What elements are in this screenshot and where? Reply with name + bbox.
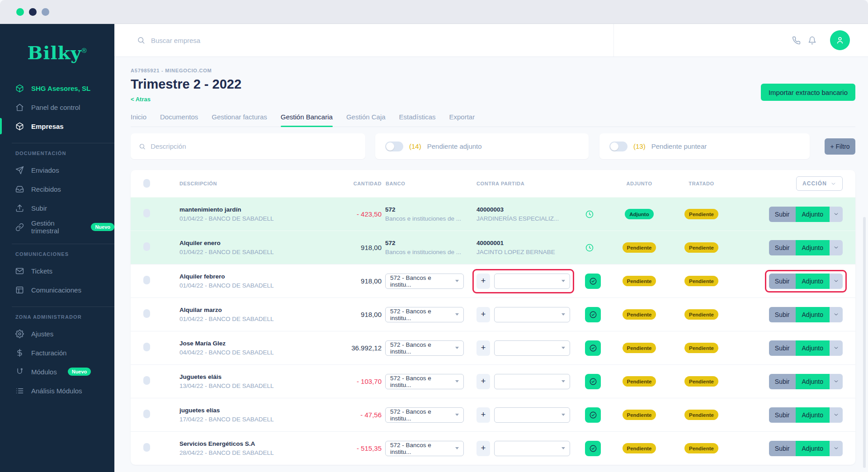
adjunto-button[interactable]: Adjunto [796, 407, 830, 423]
contrapartida-select[interactable] [494, 274, 570, 289]
add-contrapartida-button[interactable]: + [476, 340, 490, 356]
tab-gesti-n-bancaria[interactable]: Gestión Bancaria [281, 113, 333, 127]
adjunto-button[interactable]: Adjunto [796, 340, 830, 356]
sidebar-item-an-lisis-m-dulos[interactable]: Análisis Módulos [0, 381, 114, 400]
add-contrapartida-button[interactable]: + [476, 441, 490, 456]
row-checkbox[interactable] [143, 410, 150, 418]
add-contrapartida-button[interactable]: + [476, 307, 490, 322]
contrapartida-select[interactable] [494, 441, 570, 456]
app-logo: Bilky® [0, 42, 114, 63]
bank-select[interactable]: 572 - Bancos e institu... [385, 374, 464, 389]
tab-gestionar-facturas[interactable]: Gestionar facturas [212, 113, 267, 127]
sidebar-item-ajustes[interactable]: Ajustes [0, 324, 114, 343]
bank-select[interactable]: 572 - Bancos e institu... [385, 407, 464, 423]
add-filter-button[interactable]: + Filtro [825, 138, 855, 155]
sidebar-item-label: Facturación [31, 349, 66, 357]
window-control-dot[interactable] [16, 8, 24, 16]
select-arrow-icon [561, 313, 565, 316]
bank-select[interactable]: 572 - Bancos e institu... [385, 441, 464, 456]
action-caret-button[interactable] [830, 340, 843, 356]
tab-estad-sticas[interactable]: Estadísticas [399, 113, 436, 127]
tab-inicio[interactable]: Inicio [131, 113, 146, 127]
subir-button[interactable]: Subir [769, 441, 796, 456]
scrollbar[interactable] [863, 217, 866, 468]
pending-check-toggle[interactable] [609, 142, 627, 151]
add-contrapartida-button[interactable]: + [476, 374, 490, 389]
import-statement-button[interactable]: Importar extracto bancario [761, 84, 855, 101]
tab-exportar[interactable]: Exportar [449, 113, 475, 127]
action-caret-button[interactable] [830, 274, 843, 289]
sidebar-item-panel-de-control[interactable]: Panel de control [0, 98, 114, 117]
sidebar-item-empresas[interactable]: Empresas [0, 117, 114, 136]
contrapartida-select[interactable] [494, 340, 570, 356]
row-checkbox[interactable] [143, 242, 150, 251]
window-control-dot[interactable] [42, 8, 49, 16]
confirm-button[interactable] [585, 274, 601, 289]
tab-gesti-n-caja[interactable]: Gestión Caja [346, 113, 386, 127]
adjunto-button[interactable]: Adjunto [796, 274, 830, 289]
back-link[interactable]: < Atras [131, 96, 151, 103]
avatar[interactable] [830, 30, 850, 50]
sidebar-item-comunicaciones[interactable]: Comunicaciones [0, 280, 114, 299]
subir-button[interactable]: Subir [769, 240, 796, 255]
subir-button[interactable]: Subir [769, 274, 796, 289]
subir-button[interactable]: Subir [769, 407, 796, 423]
adjunto-button[interactable]: Adjunto [796, 307, 830, 322]
subir-button[interactable]: Subir [769, 207, 796, 222]
tab-documentos[interactable]: Documentos [160, 113, 198, 127]
bank-select[interactable]: 572 - Bancos e institu... [385, 274, 464, 289]
pending-attachment-toggle[interactable] [385, 142, 403, 151]
window-control-dot[interactable] [29, 8, 37, 16]
contrapartida-controls: + [476, 374, 570, 389]
row-checkbox[interactable] [143, 443, 150, 452]
add-contrapartida-button[interactable]: + [476, 407, 490, 423]
row-checkbox[interactable] [143, 309, 150, 318]
add-contrapartida-button[interactable]: + [476, 274, 490, 289]
window-titlebar [0, 0, 868, 24]
subir-button[interactable]: Subir [769, 374, 796, 389]
select-arrow-icon [455, 347, 459, 349]
bell-icon[interactable] [808, 36, 816, 45]
adjunto-button[interactable]: Adjunto [796, 207, 830, 222]
sidebar-item-tickets[interactable]: Tickets [0, 261, 114, 280]
confirm-button[interactable] [585, 340, 601, 356]
action-caret-button[interactable] [830, 240, 843, 255]
sidebar-item-subir[interactable]: Subir [0, 198, 114, 217]
contrapartida-select[interactable] [494, 307, 570, 322]
sidebar-item-m-dulos[interactable]: MódulosNuevo [0, 362, 114, 381]
list-icon [15, 387, 24, 395]
action-caret-button[interactable] [830, 374, 843, 389]
subir-button[interactable]: Subir [769, 340, 796, 356]
adjunto-button[interactable]: Adjunto [796, 240, 830, 255]
action-caret-button[interactable] [830, 207, 843, 222]
sidebar-item-shg-asesores-sl[interactable]: SHG Asesores, SL [0, 79, 114, 98]
confirm-button[interactable] [585, 374, 601, 389]
company-search-input[interactable] [151, 37, 422, 44]
phone-icon[interactable] [792, 36, 801, 45]
adjunto-button[interactable]: Adjunto [796, 441, 830, 456]
action-caret-button[interactable] [830, 307, 843, 322]
action-caret-button[interactable] [830, 407, 843, 423]
sidebar-item-recibidos[interactable]: Recibidos [0, 179, 114, 198]
row-date: 17/04/22 - BANCO DE SABADELL [179, 416, 325, 423]
action-menu-button[interactable]: ACCIÓN [796, 176, 843, 191]
action-caret-button[interactable] [830, 441, 843, 456]
row-checkbox[interactable] [143, 209, 150, 217]
confirm-button[interactable] [585, 441, 601, 456]
description-search-input[interactable] [151, 142, 357, 150]
sidebar-item-enviados[interactable]: Enviados [0, 160, 114, 179]
row-checkbox[interactable] [143, 276, 150, 284]
bank-select[interactable]: 572 - Bancos e institu... [385, 307, 464, 322]
sidebar-item-gesti-n-trimestral[interactable]: Gestión trimestralNuevo [0, 217, 114, 236]
row-checkbox[interactable] [143, 343, 150, 351]
row-checkbox[interactable] [143, 376, 150, 385]
contrapartida-select[interactable] [494, 407, 570, 423]
confirm-button[interactable] [585, 307, 601, 322]
adjunto-button[interactable]: Adjunto [796, 374, 830, 389]
bank-select[interactable]: 572 - Bancos e institu... [385, 340, 464, 356]
sidebar-item-facturaci-n[interactable]: Facturación [0, 343, 114, 362]
contrapartida-select[interactable] [494, 374, 570, 389]
select-all-checkbox[interactable] [143, 179, 150, 188]
confirm-button[interactable] [585, 407, 601, 423]
subir-button[interactable]: Subir [769, 307, 796, 322]
